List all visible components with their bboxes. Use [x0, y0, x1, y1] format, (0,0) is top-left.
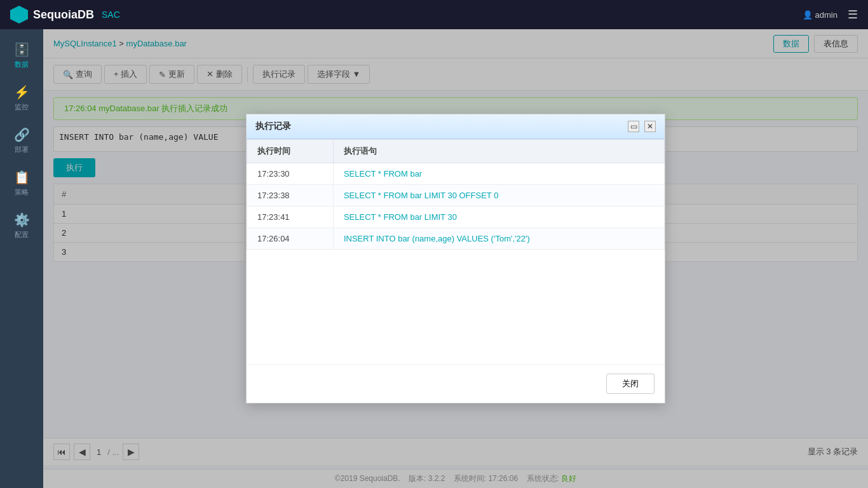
app-subtitle: SAC [102, 10, 120, 20]
sidebar-item-label-monitor: 监控 [15, 102, 29, 112]
modal-footer: 关闭 [247, 364, 665, 403]
exec-log-modal: 执行记录 ▭ ✕ 执行时间 [246, 114, 665, 403]
sidebar-item-数据[interactable]: 🗄️ 数据 [0, 34, 43, 77]
modal-title: 执行记录 [255, 121, 291, 132]
nav-logo-area: SequoiaDB SAC [10, 6, 120, 24]
exec-sql[interactable]: SELECT * FROM bar LIMIT 30 OFFSET 0 [333, 185, 664, 207]
menu-icon[interactable]: ☰ [848, 8, 858, 22]
sidebar-item-label-deploy: 部署 [15, 145, 29, 154]
exec-time: 17:23:38 [247, 185, 334, 207]
sidebar-item-监控[interactable]: ⚡ 监控 [0, 77, 43, 119]
main-content: MySQLInstance1 > myDatabase.bar 数据 表信息 🔍… [43, 29, 868, 488]
deploy-icon: 🔗 [14, 127, 30, 142]
modal-table-row: 17:23:38 SELECT * FROM bar LIMIT 30 OFFS… [247, 185, 665, 207]
sidebar-item-label-policy: 策略 [15, 187, 29, 197]
close-icon: ✕ [647, 122, 653, 131]
modal-close-btn[interactable]: ✕ [644, 121, 656, 132]
sidebar: 🗄️ 数据 ⚡ 监控 🔗 部署 📋 策略 ⚙️ 配置 [0, 29, 43, 488]
exec-sql[interactable]: SELECT * FROM bar [333, 163, 664, 185]
modal-overlay: 执行记录 ▭ ✕ 执行时间 [43, 29, 868, 488]
modal-body: 执行时间 执行语句 17:23:30 SELECT * FROM bar 17:… [247, 139, 665, 250]
minimize-icon: ▭ [630, 122, 637, 131]
modal-table-row: 17:23:30 SELECT * FROM bar [247, 163, 665, 185]
modal-table-header: 执行时间 执行语句 [247, 140, 665, 163]
nav-right-area: admin ☰ [803, 8, 858, 22]
app-name: SequoiaDB [33, 8, 94, 22]
sidebar-item-部署[interactable]: 🔗 部署 [0, 119, 43, 162]
exec-time: 17:26:04 [247, 228, 334, 250]
modal-table-row: 17:23:41 SELECT * FROM bar LIMIT 30 [247, 207, 665, 228]
exec-time: 17:23:30 [247, 163, 334, 185]
exec-time: 17:23:41 [247, 207, 334, 228]
modal-minimize-btn[interactable]: ▭ [628, 121, 639, 132]
modal-table-row: 17:26:04 INSERT INTO bar (name,age) VALU… [247, 228, 665, 250]
modal-header: 执行记录 ▭ ✕ [247, 114, 665, 139]
sidebar-item-label-config: 配置 [15, 230, 29, 240]
modal-controls: ▭ ✕ [628, 121, 656, 132]
admin-user-btn[interactable]: admin [803, 10, 837, 20]
main-layout: 🗄️ 数据 ⚡ 监控 🔗 部署 📋 策略 ⚙️ 配置 MySQLInstance… [0, 29, 868, 488]
exec-sql[interactable]: INSERT INTO bar (name,age) VALUES ('Tom'… [333, 228, 664, 250]
monitor-icon: ⚡ [14, 85, 30, 100]
sidebar-item-配置[interactable]: ⚙️ 配置 [0, 205, 43, 247]
config-icon: ⚙️ [14, 212, 30, 227]
col-exec-sql: 执行语句 [333, 140, 664, 163]
app-logo-icon [10, 6, 28, 24]
col-exec-time: 执行时间 [247, 140, 334, 163]
sidebar-item-策略[interactable]: 📋 策略 [0, 162, 43, 205]
data-icon: 🗄️ [14, 42, 30, 57]
exec-log-table: 执行时间 执行语句 17:23:30 SELECT * FROM bar 17:… [247, 139, 665, 250]
top-navbar: SequoiaDB SAC admin ☰ [0, 0, 868, 29]
sidebar-item-label-data: 数据 [15, 60, 29, 69]
policy-icon: 📋 [14, 170, 30, 185]
modal-close-button[interactable]: 关闭 [606, 374, 654, 394]
exec-sql[interactable]: SELECT * FROM bar LIMIT 30 [333, 207, 664, 228]
